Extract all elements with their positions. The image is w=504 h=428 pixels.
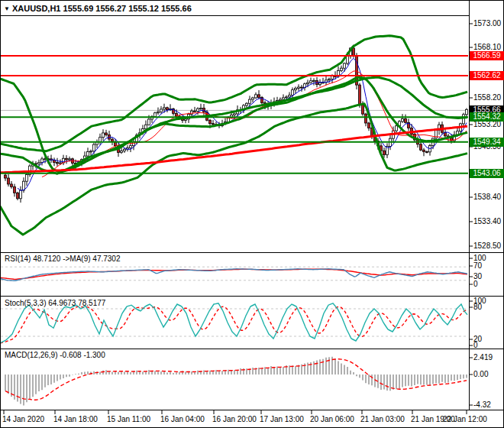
stoch-panel[interactable] [0, 297, 469, 349]
main-chart-area[interactable] [0, 16, 469, 252]
price-axis [470, 0, 504, 410]
chart-window: ▼XAUUSD,H1 1555.69 1556.27 1555.12 1555.… [0, 0, 504, 428]
time-axis [0, 410, 469, 428]
macd-panel[interactable] [0, 349, 469, 410]
rsi-panel[interactable] [0, 253, 469, 296]
